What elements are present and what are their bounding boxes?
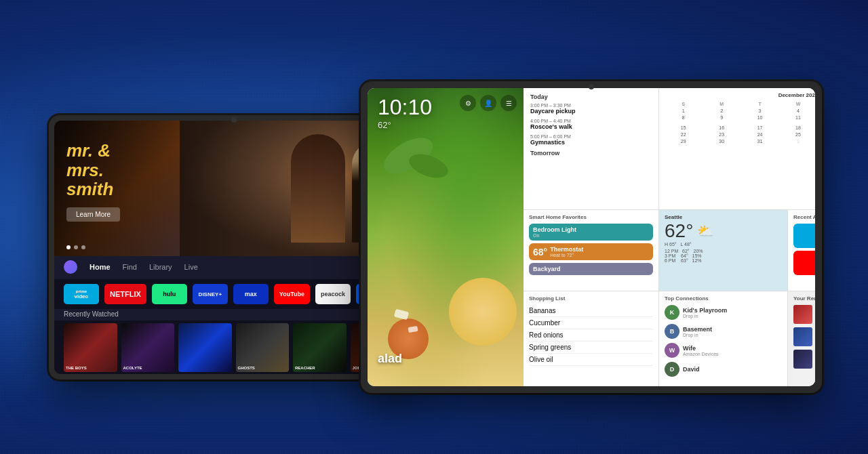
mini-calendar: December 2024 S M T W T F S 1 2 3 4 5 xyxy=(659,88,815,210)
connection-1[interactable]: K Kid's Playroom Drop in xyxy=(665,305,782,320)
camera-dot-left xyxy=(231,117,237,123)
learn-more-button[interactable]: Learn More xyxy=(66,207,120,222)
settings-icon[interactable]: ⚙ xyxy=(460,95,476,111)
fire-tv-nav: Home Find Library Live xyxy=(54,256,413,278)
music-item-1[interactable]: Sunday Morning Soul xyxy=(793,305,815,324)
food-decoration-5 xyxy=(394,309,409,321)
conn-avatar-3: W xyxy=(665,343,679,358)
echo-show-screen: 10:10 62° ⚙ 👤 ☰ alad Today 3:00 PM – 3:3… xyxy=(368,88,815,386)
hero-title-text: mr. & mrs. smith xyxy=(66,141,113,199)
food-decoration-3 xyxy=(449,278,517,346)
music-item-3[interactable]: Electronic For Work xyxy=(793,350,815,369)
hero-dot-3 xyxy=(81,245,85,249)
food-photo-panel: 10:10 62° ⚙ 👤 ☰ alad xyxy=(368,88,524,386)
thumb-acolyte[interactable]: ACOLYTE xyxy=(121,323,175,372)
streaming-netflix[interactable]: NETFLIX xyxy=(104,284,146,304)
recent-apps-panel: Recent Apps prime video YouTube xyxy=(788,210,815,291)
recently-played-title: Your Recently Played xyxy=(793,295,815,302)
camera-dot-right xyxy=(589,84,594,89)
menu-icon[interactable]: ☰ xyxy=(500,95,517,111)
thumb-ghosts[interactable]: GHOSTS xyxy=(236,323,290,372)
streaming-youtube[interactable]: YouTube xyxy=(274,284,310,304)
user-avatar xyxy=(64,260,77,274)
current-weather: 62° xyxy=(378,120,432,130)
music-item-2[interactable]: Road Trip: Jazz xyxy=(793,327,815,346)
shopping-list-panel: Shopping List Bananas Cucumber Red onion… xyxy=(524,291,659,386)
bedroom-light-btn[interactable]: Bedroom Light On xyxy=(529,224,653,241)
streaming-services-row: prime video NETFLIX hulu DISNEY+ max You… xyxy=(54,279,413,309)
food-label: alad xyxy=(378,352,402,366)
echo-show-bezel: 10:10 62° ⚙ 👤 ☰ alad Today 3:00 PM – 3:3… xyxy=(368,88,815,386)
schedule-event-1: 3:00 PM – 3:30 PM Daycare pickup xyxy=(530,103,652,115)
connections-title: Top Connections xyxy=(665,295,782,302)
calendar-title: December 2024 xyxy=(665,92,815,98)
schedule-tomorrow-label: Tomorrow xyxy=(530,150,652,157)
food-panel-icons: ⚙ 👤 ☰ xyxy=(460,95,517,111)
shopping-item-4: Spring greens xyxy=(529,342,653,354)
hero-title: mr. & mrs. smith xyxy=(66,141,113,199)
connections-panel: Top Connections K Kid's Playroom Drop in… xyxy=(659,291,788,386)
thermostat-btn[interactable]: 68° Thermostat Heat to 72° xyxy=(529,243,653,260)
connection-4[interactable]: D David xyxy=(665,362,782,377)
schedule-event-3: 5:00 PM – 6:00 PM Gymnastics xyxy=(530,134,652,146)
schedule-event-2: 4:00 PM – 4:40 PM Roscoe's walk xyxy=(530,119,652,130)
weather-city: Seattle xyxy=(665,214,782,220)
recently-watched-label: Recently Watched xyxy=(64,310,119,318)
echo-show-device: 10:10 62° ⚙ 👤 ☰ alad Today 3:00 PM – 3:3… xyxy=(361,81,822,393)
weather-high-low: H 65° L 48° xyxy=(665,242,782,247)
echo-show-right-panel: Today 3:00 PM – 3:30 PM Daycare pickup 4… xyxy=(524,88,815,386)
conn-avatar-1: K xyxy=(665,305,679,320)
nav-home[interactable]: Home xyxy=(90,263,111,271)
prime-video-app[interactable]: prime video xyxy=(793,224,815,248)
time-overlay: 10:10 62° xyxy=(378,95,432,130)
smart-home-title: Smart Home Favorites xyxy=(529,214,653,220)
recently-watched-row: THE BOYS ACOLYTE GHOSTS REACHER JOKER xyxy=(54,321,413,374)
hero-person-1 xyxy=(291,134,345,243)
music-thumb-3 xyxy=(793,350,812,369)
smart-home-panel: Smart Home Favorites Bedroom Light On 68… xyxy=(524,210,659,291)
current-time: 10:10 xyxy=(378,95,432,120)
nav-library[interactable]: Library xyxy=(149,263,172,271)
calendar-grid: S M T W T F S 1 2 3 4 5 6 7 8 xyxy=(665,101,815,144)
nav-find[interactable]: Find xyxy=(123,263,137,271)
shopping-item-3: Red onions xyxy=(529,329,653,342)
music-thumb-1 xyxy=(793,305,812,324)
weather-temp: 62° xyxy=(665,220,693,242)
conn-avatar-2: B xyxy=(665,324,679,339)
youtube-app[interactable]: YouTube xyxy=(793,251,815,275)
streaming-hulu[interactable]: hulu xyxy=(152,284,187,304)
fire-tv-bezel: mr. & mrs. smith Learn More Home Find Li… xyxy=(54,121,413,374)
thumb-reacher[interactable]: REACHER xyxy=(293,323,347,372)
streaming-disney[interactable]: DISNEY+ xyxy=(193,284,228,304)
recently-played-panel: Your Recently Played Sunday Morning Soul… xyxy=(788,291,815,386)
weather-panel: Seattle 62° ⛅ H 65° L 48° 12 PM 62° 20% … xyxy=(659,210,788,291)
fire-tv-screen: mr. & mrs. smith Learn More Home Find Li… xyxy=(54,121,413,374)
streaming-max[interactable]: max xyxy=(233,284,269,304)
shopping-list-title: Shopping List xyxy=(529,295,653,302)
conn-avatar-4: D xyxy=(665,362,679,377)
hero-dots xyxy=(66,245,85,249)
schedule-today-label: Today xyxy=(530,94,652,100)
streaming-prime[interactable]: prime video xyxy=(64,284,99,304)
connection-2[interactable]: B Basement Drop in xyxy=(665,324,782,339)
shopping-item-5: Olive oil xyxy=(529,354,653,366)
shopping-item-2: Cucumber xyxy=(529,317,653,329)
hero-dot-2 xyxy=(74,245,78,249)
hero-dot-1 xyxy=(66,245,71,249)
nav-live[interactable]: Live xyxy=(184,263,198,271)
hero-banner: mr. & mrs. smith Learn More xyxy=(54,121,413,256)
thumb-boys[interactable]: THE BOYS xyxy=(64,323,117,372)
user-icon[interactable]: 👤 xyxy=(480,95,496,111)
thumb-disney2[interactable] xyxy=(178,323,232,372)
recent-apps-title: Recent Apps xyxy=(793,214,815,220)
connection-3[interactable]: W Wife Amazon Devices xyxy=(665,343,782,358)
weather-icon: ⛅ xyxy=(697,223,714,239)
music-thumb-2 xyxy=(793,327,812,346)
weather-rows: 12 PM 62° 20% 3 PM 64° 15% 6 PM 63° 12% xyxy=(665,249,782,263)
shopping-item-1: Bananas xyxy=(529,305,653,317)
schedule-panel: Today 3:00 PM – 3:30 PM Daycare pickup 4… xyxy=(524,88,659,210)
streaming-peacock[interactable]: peacock xyxy=(315,284,351,304)
backyard-btn[interactable]: Backyard xyxy=(529,263,653,275)
